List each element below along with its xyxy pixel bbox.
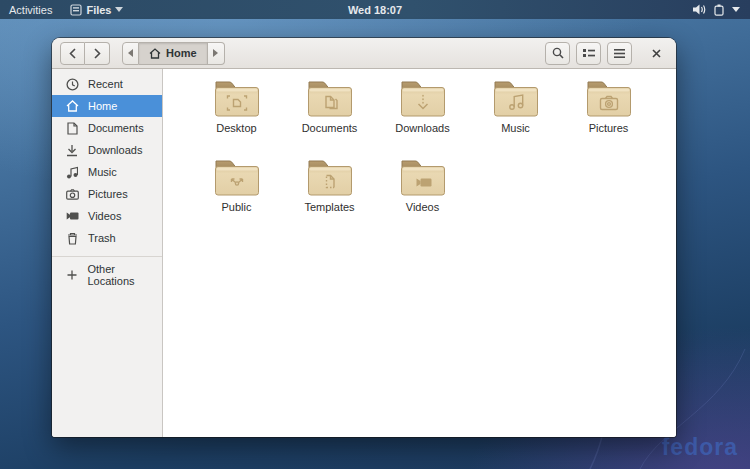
hamburger-menu-icon <box>614 49 625 58</box>
sidebar-item-label: Pictures <box>88 188 128 200</box>
clock-icon <box>65 78 79 91</box>
download-icon <box>65 144 79 157</box>
app-menu-files[interactable]: Files <box>61 0 132 19</box>
folder-icon <box>585 79 633 119</box>
sidebar-item-downloads[interactable]: Downloads <box>52 139 162 161</box>
system-menu-chevron-down-icon[interactable] <box>732 7 740 12</box>
app-menu-caret-icon <box>115 7 123 12</box>
sidebar-item-label: Trash <box>88 232 116 244</box>
sidebar-item-label: Music <box>88 166 117 178</box>
sidebar-item-label: Other Locations <box>87 263 162 287</box>
sidebar-item-label: Videos <box>88 210 121 222</box>
sidebar-item-recent[interactable]: Recent <box>52 73 162 95</box>
sidebar-item-music[interactable]: Music <box>52 161 162 183</box>
sidebar-separator <box>52 256 162 257</box>
folder-desktop[interactable]: Desktop <box>190 79 283 158</box>
menu-button[interactable] <box>607 42 632 65</box>
folder-documents[interactable]: Documents <box>283 79 376 158</box>
folder-label: Desktop <box>216 122 256 134</box>
headerbar: Home <box>52 38 676 69</box>
folder-music[interactable]: Music <box>469 79 562 158</box>
top-bar: Activities Files Wed 18:07 <box>0 0 750 19</box>
music-icon <box>65 166 79 179</box>
file-view[interactable]: Desktop Documents <box>163 69 676 437</box>
folder-label: Downloads <box>395 122 449 134</box>
folder-icon <box>399 79 447 119</box>
document-icon <box>65 122 79 135</box>
folder-icon <box>213 79 261 119</box>
folder-label: Videos <box>406 201 439 213</box>
folder-public[interactable]: Public <box>190 158 283 237</box>
sidebar-item-label: Recent <box>88 78 123 90</box>
path-scroll-right-button[interactable] <box>208 42 225 65</box>
path-bar: Home <box>122 42 225 65</box>
path-scroll-left-button[interactable] <box>122 42 139 65</box>
sidebar-item-label: Home <box>88 100 117 112</box>
folder-downloads[interactable]: Downloads <box>376 79 469 158</box>
activities-label: Activities <box>9 4 52 16</box>
battery-icon[interactable] <box>714 4 724 16</box>
folder-icon <box>306 158 354 198</box>
folder-label: Music <box>501 122 530 134</box>
folder-icon <box>399 158 447 198</box>
list-view-icon <box>583 48 595 58</box>
folder-icon <box>213 158 261 198</box>
home-icon <box>149 48 161 59</box>
plus-icon <box>65 270 78 280</box>
nav-button-group <box>60 42 110 65</box>
folder-label: Documents <box>302 122 358 134</box>
path-button-home[interactable]: Home <box>139 42 208 65</box>
activities-button[interactable]: Activities <box>0 0 61 19</box>
app-menu-label: Files <box>86 4 111 16</box>
view-toggle-button[interactable] <box>576 42 601 65</box>
forward-button[interactable] <box>85 42 110 65</box>
sidebar-item-label: Downloads <box>88 144 142 156</box>
home-icon <box>65 100 79 112</box>
sidebar-item-other-locations[interactable]: Other Locations <box>52 264 162 286</box>
trash-icon <box>65 232 79 245</box>
close-button[interactable] <box>644 41 668 65</box>
sidebar-item-pictures[interactable]: Pictures <box>52 183 162 205</box>
fedora-logo-text: fedora <box>662 434 738 461</box>
folder-videos[interactable]: Videos <box>376 158 469 237</box>
folder-icon <box>306 79 354 119</box>
sidebar-item-documents[interactable]: Documents <box>52 117 162 139</box>
sidebar: Recent Home Documents <box>52 69 163 437</box>
camera-icon <box>65 189 79 200</box>
search-icon <box>552 47 564 59</box>
folder-label: Templates <box>304 201 354 213</box>
folder-templates[interactable]: Templates <box>283 158 376 237</box>
sidebar-item-videos[interactable]: Videos <box>52 205 162 227</box>
path-current-label: Home <box>166 47 197 59</box>
search-button[interactable] <box>545 42 570 65</box>
folder-label: Pictures <box>589 122 629 134</box>
desktop-wallpaper: fedora Activities Files Wed 18:07 <box>0 0 750 469</box>
sidebar-item-label: Documents <box>88 122 144 134</box>
back-button[interactable] <box>60 42 85 65</box>
video-icon <box>65 211 79 221</box>
sidebar-item-home[interactable]: Home <box>52 95 162 117</box>
files-app-icon <box>70 4 82 16</box>
close-icon <box>652 49 661 58</box>
folder-label: Public <box>222 201 252 213</box>
sidebar-item-trash[interactable]: Trash <box>52 227 162 249</box>
folder-pictures[interactable]: Pictures <box>562 79 655 158</box>
folder-icon <box>492 79 540 119</box>
files-window: Home <box>52 38 676 437</box>
volume-icon[interactable] <box>693 4 706 15</box>
